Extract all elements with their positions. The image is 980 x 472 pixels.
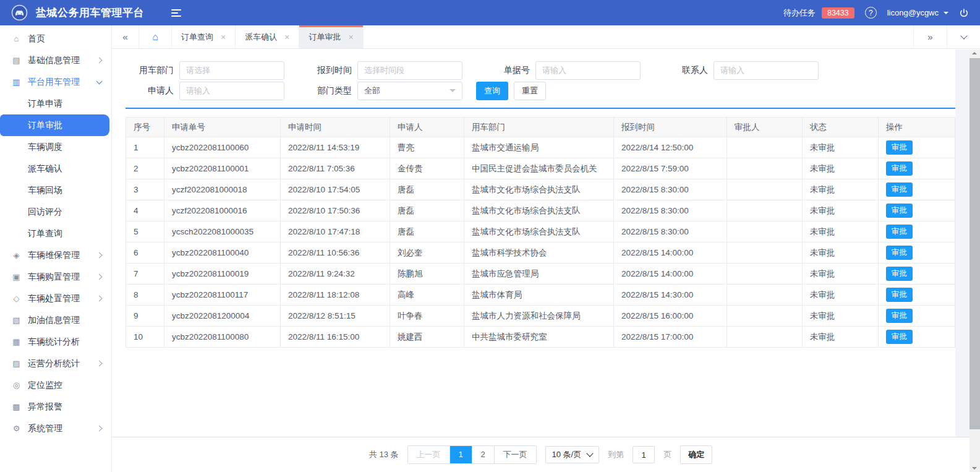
logout-power-icon[interactable] [959,8,969,18]
sidebar-subitem-order-approve[interactable]: 订单审批 [0,114,109,136]
sidebar-item-operation-analysis[interactable]: ▨ 运营分析统计 [0,353,111,374]
col-order-no: 申请单号 [164,118,281,137]
approve-button[interactable]: 审批 [886,330,913,344]
cell-apply-time: 2022/8/10 17:47:18 [281,221,390,242]
sidebar-item-vehicle-disposal[interactable]: ◇ 车辆处置管理 [0,288,111,309]
contact-input[interactable] [714,61,819,80]
cell-applicant: 唐磊 [390,200,464,221]
approve-button[interactable]: 审批 [886,246,913,260]
cell-action: 审批 [879,264,955,285]
tabs-scroll-right-icon[interactable]: » [913,25,947,48]
sidebar-item-label: 车辆维保管理 [28,250,80,261]
sidebar-item-location-monitor[interactable]: ◎ 定位监控 [0,374,111,396]
tabs-menu-icon[interactable] [947,25,980,48]
filter-buttons: 查询 重置 [476,80,660,101]
sidebar-subitem-vehicle-dispatch[interactable]: 车辆调度 [0,136,111,158]
reset-button[interactable]: 重置 [514,82,546,100]
page-1-button[interactable]: 1 [450,446,472,463]
cell-status: 未审批 [803,158,879,179]
pagination-bar: 共 13 条 上一页 1 2 下一页 10 条/页 到第 页 确定 [112,437,969,472]
cell-action: 审批 [879,327,955,348]
sidebar-item-label: 异常报警 [28,401,62,413]
scroll-down-icon[interactable] [972,467,977,470]
next-page-button[interactable]: 下一页 [495,446,536,463]
menu-fold-icon[interactable] [171,9,181,17]
scroll-up-icon[interactable] [972,52,977,54]
filter-form: 用车部门 报到时间 单据号 联系人 申请人 [126,60,955,101]
approve-button[interactable]: 审批 [886,309,913,323]
tab-home-icon[interactable]: ⌂ [139,25,172,48]
approve-button[interactable]: 审批 [886,267,913,281]
sidebar-subitem-order-apply[interactable]: 订单申请 [0,93,111,114]
sidebar-item-fuel-info[interactable]: ▧ 加油信息管理 [0,309,111,331]
cell-applicant: 姚建西 [390,327,464,348]
tab-label: 订单审批 [309,32,341,43]
cell-approver [727,200,803,221]
cell-apply-time: 2022/8/10 17:54:05 [281,179,390,200]
col-apply-time: 申请时间 [281,118,390,137]
applicant-input[interactable] [179,82,284,100]
sidebar-subitem-vehicle-return[interactable]: 车辆回场 [0,179,111,201]
help-icon[interactable]: ? [865,7,877,19]
table-row: 10 ycbz2022081100080 2022/8/11 16:15:00 … [126,327,955,348]
operation-icon: ▨ [11,359,22,368]
cell-sn: 10 [126,327,164,348]
sidebar-item-platform-vehicle[interactable]: ▥ 平台用车管理 [0,71,111,93]
search-button[interactable]: 查询 [476,82,508,100]
sidebar-subitem-dispatch-confirm[interactable]: 派车确认 [0,158,111,179]
tabs-collapse-left-icon[interactable]: « [112,25,139,48]
contact-label: 联系人 [660,65,714,76]
cell-report-time: 2022/8/15 14:00:00 [614,264,727,285]
tab-order-approve[interactable]: 订单审批 × [299,25,363,48]
tab-bar: « ⌂ 订单查询 × 派车确认 × 订单审批 × » [112,25,980,49]
app-title: 盐城公务用车管理平台 [36,6,144,20]
approve-button[interactable]: 审批 [886,288,913,302]
prev-page-button[interactable]: 上一页 [408,446,450,463]
cell-approver [727,285,803,306]
department-label: 用车部门 [126,65,179,76]
goto-page-input[interactable] [633,446,655,463]
sidebar-item-vehicle-purchase[interactable]: ▣ 车辆购置管理 [0,266,111,288]
goto-confirm-button[interactable]: 确定 [680,445,712,464]
order-no-input[interactable] [535,61,641,80]
page-size-select[interactable]: 10 条/页 [545,446,600,463]
tab-dispatch-confirm[interactable]: 派车确认 × [236,25,299,48]
close-icon[interactable]: × [348,32,353,42]
cell-approver [727,264,803,285]
sidebar-item-system-manage[interactable]: ⚙ 系统管理 [0,418,111,439]
sidebar-item-vehicle-stats[interactable]: ▦ 车辆统计分析 [0,331,111,353]
approve-button[interactable]: 审批 [886,182,913,197]
pending-tasks-label: 待办任务 [783,7,816,19]
approve-button[interactable]: 审批 [886,161,913,176]
close-icon[interactable]: × [284,32,289,42]
cell-report-time: 2022/8/14 12:50:00 [614,137,727,158]
filter-divider [126,108,955,109]
sidebar-subitem-visit-score[interactable]: 回访评分 [0,201,111,223]
scrollbar-thumb[interactable] [969,58,980,429]
sidebar-item-vehicle-maintenance[interactable]: ◈ 车辆维保管理 [0,244,111,266]
logo-car-icon [11,4,28,21]
sidebar-item-base-info[interactable]: ▤ 基础信息管理 [0,49,111,71]
sidebar-subitem-order-query[interactable]: 订单查询 [0,223,111,244]
approve-button[interactable]: 审批 [886,140,913,155]
vertical-scrollbar[interactable] [969,49,980,472]
approve-button[interactable]: 审批 [886,204,913,218]
sidebar-item-home[interactable]: ⌂ 首页 [0,28,111,49]
cell-approver [727,158,803,179]
sidebar-subitem-label: 订单查询 [28,228,62,239]
table-row: 7 ycbz2022081100019 2022/8/11 9:24:32 陈鹏… [126,264,955,285]
close-icon[interactable]: × [221,32,226,42]
dept-type-select[interactable]: 全部 [357,82,462,100]
pending-tasks[interactable]: 待办任务 83433 [783,7,854,19]
page-2-button[interactable]: 2 [472,446,495,463]
cell-sn: 3 [126,179,164,200]
table-row: 9 ycbz2022081200004 2022/8/12 8:51:15 叶争… [126,306,955,327]
cell-order-no: ycbz2022081100001 [164,158,281,179]
approve-button[interactable]: 审批 [886,225,913,239]
department-input[interactable] [179,61,284,80]
tab-order-query[interactable]: 订单查询 × [172,25,236,48]
user-menu[interactable]: licong@ycgwc [887,8,948,17]
goto-suffix: 页 [663,449,671,460]
report-time-input[interactable] [357,61,462,80]
sidebar-item-abnormal-alarm[interactable]: ▩ 异常报警 [0,396,111,418]
